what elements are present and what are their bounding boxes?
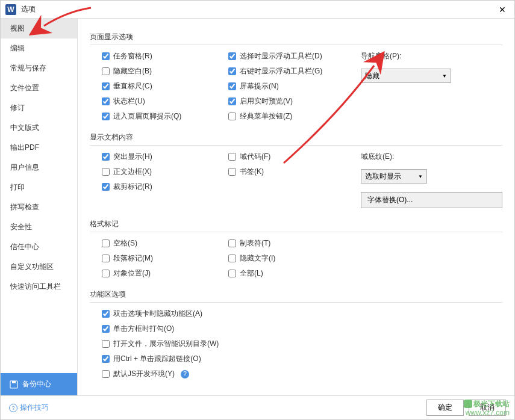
checkbox-option[interactable]: 进入页眉页脚提示(Q) <box>102 111 228 122</box>
app-icon: W <box>5 4 16 15</box>
checkbox[interactable] <box>102 239 110 247</box>
checkbox-label: 选择时显示浮动工具栏(D) <box>240 51 322 61</box>
checkbox[interactable] <box>228 255 236 262</box>
checkbox[interactable] <box>228 270 236 277</box>
checkbox[interactable] <box>102 310 110 318</box>
checkbox[interactable] <box>102 97 110 105</box>
checkbox-option[interactable]: 隐藏文字(I) <box>228 253 361 264</box>
checkbox[interactable] <box>102 183 110 191</box>
checkbox[interactable] <box>102 370 110 378</box>
checkbox-option[interactable]: 默认JS开发环境(Y)? <box>102 369 219 379</box>
checkbox[interactable] <box>228 67 236 75</box>
checkbox[interactable] <box>102 255 110 262</box>
checkbox-label: 制表符(T) <box>240 238 270 249</box>
checkbox-label: 隐藏文字(I) <box>240 253 275 264</box>
checkbox-label: 任务窗格(R) <box>113 51 152 61</box>
checkbox-option[interactable]: 隐藏空白(B) <box>102 66 228 76</box>
checkbox[interactable] <box>102 113 110 120</box>
checkbox[interactable] <box>102 67 110 75</box>
checkbox[interactable] <box>102 340 110 348</box>
checkbox-option[interactable]: 域代码(F) <box>228 152 361 162</box>
sidebar-item[interactable]: 信任中心 <box>1 237 77 257</box>
nav-pane-label: 导航窗格(P): <box>361 51 502 61</box>
backup-icon <box>9 380 19 389</box>
checkbox-label: 经典菜单按钮(Z) <box>240 111 292 122</box>
sidebar-item[interactable]: 修订 <box>1 98 77 118</box>
checkbox-label: 书签(K) <box>240 167 264 177</box>
nav-pane-value: 隐藏 <box>365 71 379 81</box>
sidebar-item[interactable]: 中文版式 <box>1 118 77 138</box>
checkbox-label: 双击选项卡时隐藏功能区(A) <box>113 309 202 319</box>
checkbox-option[interactable]: 选择时显示浮动工具栏(D) <box>228 51 361 61</box>
sidebar-item[interactable]: 输出PDF <box>1 138 77 158</box>
checkbox-option[interactable]: 制表符(T) <box>228 238 361 249</box>
sidebar-item[interactable]: 安全性 <box>1 217 77 237</box>
checkbox-label: 正文边框(X) <box>113 167 152 177</box>
checkbox-label: 域代码(F) <box>240 152 270 162</box>
ok-button[interactable]: 确定 <box>426 400 464 416</box>
checkbox-option[interactable]: 屏幕提示(N) <box>228 81 361 91</box>
checkbox[interactable] <box>102 270 110 277</box>
checkbox-option[interactable]: 双击选项卡时隐藏功能区(A) <box>102 309 219 319</box>
sidebar-item[interactable]: 快速访问工具栏 <box>1 277 77 297</box>
checkbox-option[interactable]: 空格(S) <box>102 238 228 249</box>
sidebar-item[interactable]: 打印 <box>1 178 77 197</box>
checkbox-label: 全部(L) <box>240 268 263 279</box>
checkbox-label: 状态栏(U) <box>113 96 145 107</box>
checkbox[interactable] <box>228 153 236 161</box>
checkbox[interactable] <box>228 168 236 176</box>
info-icon[interactable]: ? <box>181 370 189 378</box>
checkbox-option[interactable]: 用Ctrl + 单击跟踪超链接(O) <box>102 354 219 364</box>
checkbox-option[interactable]: 书签(K) <box>228 167 361 177</box>
checkbox-label: 屏幕提示(N) <box>240 81 279 91</box>
checkbox-label: 裁剪标记(R) <box>113 182 152 192</box>
sidebar-item[interactable]: 自定义功能区 <box>1 257 77 277</box>
checkbox[interactable] <box>102 168 110 176</box>
checkbox-option[interactable]: 经典菜单按钮(Z) <box>228 111 361 122</box>
checkbox[interactable] <box>102 52 110 60</box>
checkbox-option[interactable]: 突出显示(H) <box>102 152 228 162</box>
checkbox-option[interactable]: 对象位置(J) <box>102 268 228 279</box>
checkbox[interactable] <box>228 113 236 120</box>
sidebar-item[interactable]: 拼写检查 <box>1 197 77 217</box>
sidebar-item[interactable]: 用户信息 <box>1 158 77 178</box>
checkbox[interactable] <box>228 82 236 90</box>
checkbox-label: 启用实时预览(V) <box>240 96 293 107</box>
checkbox-option[interactable]: 右键时显示浮动工具栏(G) <box>228 66 361 76</box>
checkbox[interactable] <box>102 325 110 333</box>
checkbox-option[interactable]: 正文边框(X) <box>102 167 228 177</box>
tips-label: 操作技巧 <box>20 403 49 413</box>
checkbox-label: 隐藏空白(B) <box>113 66 152 76</box>
sidebar-item[interactable]: 文件位置 <box>1 78 77 98</box>
checkbox-option[interactable]: 段落标记(M) <box>102 253 228 264</box>
shading-dropdown[interactable]: 选取时显示 ▼ <box>361 169 427 184</box>
font-substitute-button[interactable]: 字体替换(O)... <box>361 192 502 208</box>
checkbox-option[interactable]: 打开文件，展示智能识别目录(W) <box>102 339 219 349</box>
checkbox[interactable] <box>228 239 236 247</box>
checkbox-label: 打开文件，展示智能识别目录(W) <box>113 339 219 349</box>
sidebar-item[interactable]: 常规与保存 <box>1 58 77 78</box>
checkbox[interactable] <box>102 355 110 363</box>
sidebar-item[interactable]: 编辑 <box>1 39 77 58</box>
tips-link[interactable]: ? 操作技巧 <box>9 403 49 413</box>
checkbox-option[interactable]: 单击方框时打勾(O) <box>102 324 219 334</box>
section-page-display: 页面显示选项 <box>90 28 502 45</box>
close-icon[interactable]: ✕ <box>495 2 510 17</box>
shading-label: 域底纹(E): <box>361 152 502 162</box>
backup-center-button[interactable]: 备份中心 <box>1 373 77 395</box>
nav-pane-dropdown[interactable]: 隐藏 ▼ <box>361 69 451 83</box>
checkbox-label: 单击方框时打勾(O) <box>113 324 174 334</box>
sidebar-item[interactable]: 视图 <box>1 19 77 39</box>
checkbox-option[interactable]: 垂直标尺(C) <box>102 81 228 91</box>
checkbox-option[interactable]: 全部(L) <box>228 268 361 279</box>
chevron-down-icon: ▼ <box>418 174 423 179</box>
checkbox[interactable] <box>228 52 236 60</box>
checkbox-option[interactable]: 启用实时预览(V) <box>228 96 361 107</box>
cancel-button[interactable]: 取消 <box>469 400 506 416</box>
checkbox-option[interactable]: 任务窗格(R) <box>102 51 228 61</box>
checkbox-option[interactable]: 状态栏(U) <box>102 96 228 107</box>
checkbox[interactable] <box>102 82 110 90</box>
checkbox[interactable] <box>102 153 110 161</box>
checkbox-option[interactable]: 裁剪标记(R) <box>102 182 228 192</box>
checkbox[interactable] <box>228 97 236 105</box>
